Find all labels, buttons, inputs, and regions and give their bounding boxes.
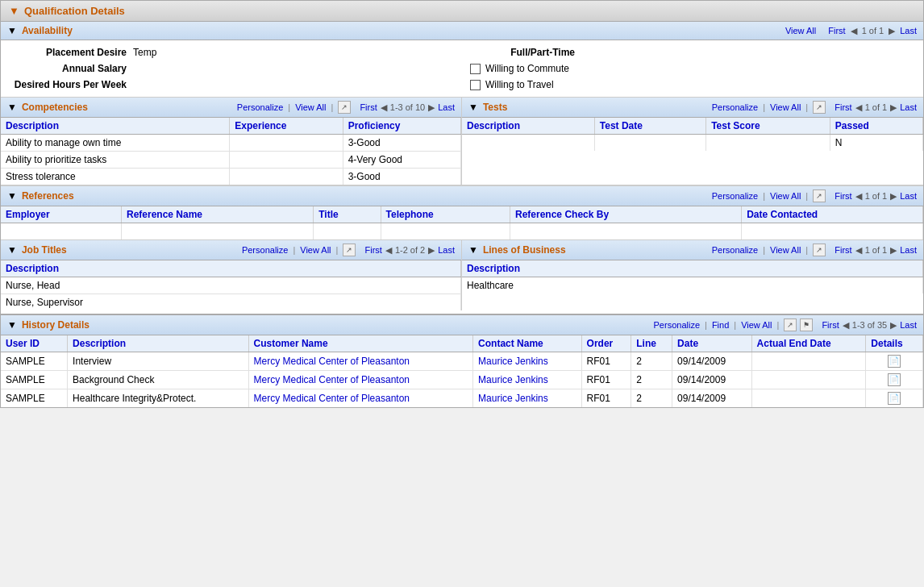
lob-view-all[interactable]: View All [770, 245, 801, 255]
test-passed: N [830, 135, 922, 152]
availability-next[interactable]: ▶ [889, 26, 895, 36]
collapse-arrow[interactable]: ▼ [9, 5, 19, 17]
availability-collapse[interactable]: ▼ [7, 25, 17, 36]
comp-first[interactable]: First [360, 102, 377, 112]
hist-col-customer: Customer Name [248, 335, 473, 352]
lob-personalize[interactable]: Personalize [712, 245, 758, 255]
detail-icon[interactable]: 📄 [888, 373, 901, 386]
lob-next[interactable]: ▶ [890, 245, 897, 256]
comp-personalize[interactable]: Personalize [237, 102, 283, 112]
job-next[interactable]: ▶ [428, 245, 435, 256]
job-export-icon[interactable]: ↗ [343, 244, 356, 256]
job-collapse[interactable]: ▼ [7, 244, 17, 256]
history-collapse[interactable]: ▼ [7, 319, 17, 331]
job-last[interactable]: Last [438, 245, 455, 255]
comp-export-icon[interactable]: ↗ [338, 101, 351, 114]
hist-line: 2 [631, 389, 672, 408]
tests-view-all[interactable]: View All [770, 102, 801, 112]
tests-col-date: Test Date [594, 118, 705, 135]
tests-col-score: Test Score [706, 118, 830, 135]
history-export-icon[interactable]: ↗ [784, 318, 797, 331]
ref-col-date: Date Contacted [742, 206, 923, 223]
comp-exp [230, 135, 343, 152]
willing-travel-checkbox[interactable] [470, 80, 481, 90]
comp-prev[interactable]: ◀ [381, 102, 387, 113]
ref-prev[interactable]: ◀ [855, 191, 862, 202]
tests-first[interactable]: First [835, 102, 851, 112]
history-flag-icon[interactable]: ⚑ [800, 318, 813, 331]
full-part-time-label: Full/Part-Time [462, 47, 575, 58]
references-table: Employer Reference Name Title Telephone … [1, 206, 923, 239]
history-personalize[interactable]: Personalize [654, 320, 700, 330]
lob-last[interactable]: Last [900, 245, 917, 255]
hist-end-date [751, 389, 866, 408]
tests-export-icon[interactable]: ↗ [813, 101, 826, 114]
ref-next[interactable]: ▶ [890, 191, 897, 202]
tests-next[interactable]: ▶ [890, 102, 897, 113]
history-find[interactable]: Find [712, 320, 729, 330]
history-view-all[interactable]: View All [741, 320, 772, 330]
annual-salary-label: Annual Salary [14, 63, 127, 74]
detail-icon[interactable]: 📄 [888, 392, 901, 405]
comp-last[interactable]: Last [438, 102, 455, 112]
ref-col-name: Reference Name [121, 206, 313, 223]
job-personalize[interactable]: Personalize [242, 245, 288, 255]
lob-table: Description Healthcare [462, 260, 923, 294]
lob-col-description: Description [462, 260, 923, 277]
job-view-all[interactable]: View All [300, 245, 331, 255]
history-prev[interactable]: ◀ [843, 320, 849, 331]
hist-details[interactable]: 📄 [866, 389, 923, 408]
ref-export-icon[interactable]: ↗ [813, 189, 826, 202]
comp-desc: Stress tolerance [1, 169, 230, 185]
tests-title: Tests [483, 102, 507, 113]
lob-collapse[interactable]: ▼ [468, 244, 478, 256]
tests-collapse[interactable]: ▼ [468, 102, 478, 113]
hist-end-date [751, 371, 866, 389]
tests-prev[interactable]: ◀ [855, 102, 862, 113]
table-row: Stress tolerance3-Good [1, 169, 461, 185]
comp-next[interactable]: ▶ [428, 102, 435, 113]
references-header: ▼ References Personalize | View All | ↗ … [1, 186, 923, 206]
availability-first[interactable]: First [828, 26, 845, 35]
table-row: SAMPLE Background Check Mercy Medical Ce… [1, 371, 923, 389]
ref-view-all[interactable]: View All [770, 191, 801, 201]
test-score [706, 135, 830, 152]
ref-col-telephone: Telephone [381, 206, 510, 223]
job-col-description: Description [1, 260, 461, 277]
ref-collapse[interactable]: ▼ [7, 190, 17, 202]
table-row: Nurse, Head [1, 277, 461, 294]
history-first[interactable]: First [822, 320, 839, 330]
tests-last[interactable]: Last [900, 102, 917, 112]
detail-icon[interactable]: 📄 [888, 355, 901, 368]
availability-view-all[interactable]: View All [785, 26, 816, 35]
job-first[interactable]: First [365, 245, 382, 255]
placement-desire-value: Temp [133, 47, 156, 58]
job-desc: Nurse, Head [1, 277, 461, 294]
ref-last[interactable]: Last [900, 191, 917, 201]
tests-personalize[interactable]: Personalize [712, 102, 758, 112]
qualification-details-header: ▼ Qualification Details [1, 1, 923, 22]
job-prev[interactable]: ◀ [385, 245, 392, 256]
comp-view-all[interactable]: View All [295, 102, 326, 112]
competencies-header: ▼ Competencies Personalize | View All | … [1, 98, 461, 118]
job-titles-header: ▼ Job Titles Personalize | View All | ↗ … [1, 240, 461, 260]
history-last[interactable]: Last [900, 320, 917, 330]
willing-commute-checkbox[interactable] [470, 64, 481, 74]
ref-personalize[interactable]: Personalize [712, 191, 758, 201]
lob-first[interactable]: First [835, 245, 851, 255]
history-next[interactable]: ▶ [890, 320, 897, 331]
hist-date: 09/14/2009 [672, 389, 752, 408]
lob-prev[interactable]: ◀ [855, 245, 862, 256]
hist-description: Healthcare Integrity&Protect. [68, 389, 249, 408]
availability-last[interactable]: Last [900, 26, 917, 35]
ref-first[interactable]: First [835, 191, 851, 201]
hist-details[interactable]: 📄 [866, 371, 923, 389]
comp-collapse[interactable]: ▼ [7, 102, 17, 113]
availability-prev[interactable]: ◀ [851, 26, 857, 36]
hist-details[interactable]: 📄 [866, 352, 923, 371]
lob-header: ▼ Lines of Business Personalize | View A… [462, 240, 923, 260]
hist-line: 2 [631, 352, 672, 371]
comp-prof: 3-Good [343, 169, 460, 185]
lob-export-icon[interactable]: ↗ [813, 244, 826, 256]
hist-customer: Mercy Medical Center of Pleasanton [248, 389, 473, 408]
